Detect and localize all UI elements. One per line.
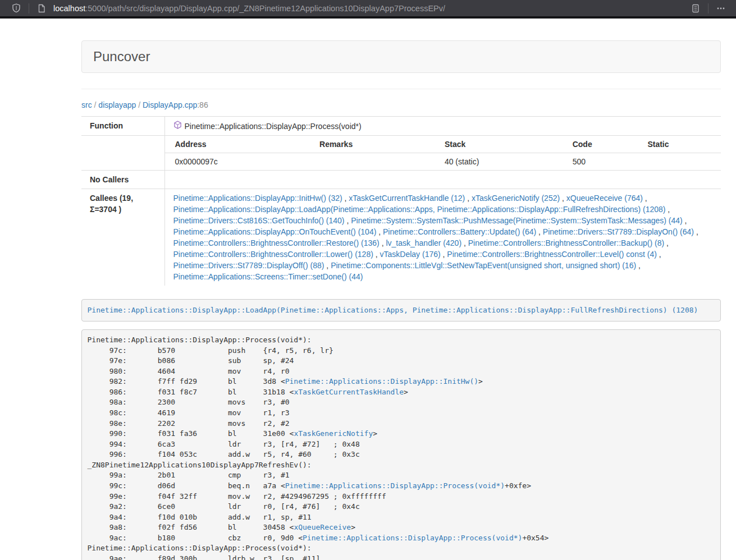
divider [81,89,721,89]
app-header-panel: Puncover [81,40,721,73]
callee-link[interactable]: Pinetime::Drivers::St7789::DisplayOn() (… [543,227,694,236]
callees-list: Pinetime::Applications::DisplayApp::Init… [164,189,721,286]
column-header-stack: Stack [435,136,563,153]
reader-mode-icon[interactable] [688,1,703,16]
column-header-static: Static [637,136,721,153]
callees-label: Callees (19, Σ=3704 ) [81,189,164,286]
callee-link[interactable]: lv_task_handler (420) [386,238,461,247]
function-name: Pinetime::Applications::DisplayApp::Proc… [185,121,362,132]
callee-link[interactable]: Pinetime::Controllers::BrightnessControl… [468,238,664,247]
page-content: Puncover src / displayapp / DisplayApp.c… [81,40,721,560]
callee-link[interactable]: Pinetime::Drivers::Cst816S::GetTouchInfo… [173,216,345,225]
code-value: 500 [563,153,638,171]
no-callers-label: No Callers [81,171,164,189]
remarks-value [309,153,435,171]
breadcrumb-link[interactable]: DisplayApp.cpp [143,100,197,109]
column-header-address: Address [165,136,310,153]
url-text: localhost:5000/path/src/displayapp/Displ… [53,4,445,13]
breadcrumb: src / displayapp / DisplayApp.cpp:86 [81,100,721,109]
breadcrumb-link[interactable]: src [81,100,92,109]
callee-link[interactable]: Pinetime::Drivers::St7789::DisplayOff() … [173,261,324,270]
breadcrumb-link[interactable]: displayapp [98,100,136,109]
table-row: No Callers [81,171,721,189]
breadcrumb-separator: / [136,100,143,109]
callee-link[interactable]: vTaskDelay (176) [380,250,441,259]
url-path: :5000/path/src/displayapp/DisplayApp.cpp… [85,4,445,13]
column-header-remarks: Remarks [309,136,435,153]
callee-link[interactable]: xTaskGetCurrentTaskHandle (12) [349,194,465,203]
code-symbol-link[interactable]: xQueueReceive [294,523,351,531]
table-row: Address Remarks Stack Code Static 0x0000… [81,136,721,171]
table-row: Callees (19, Σ=3704 ) Pinetime::Applicat… [81,189,721,286]
table-row: 0x0000097c 40 (static) 500 [165,153,721,171]
callee-link[interactable]: xQueueReceive (764) [566,194,643,203]
page-title: Puncover [93,49,150,64]
disassembly: Pinetime::Applications::DisplayApp::Proc… [81,329,721,560]
callee-link[interactable]: Pinetime::Controllers::BrightnessControl… [173,250,373,259]
code-symbol-link[interactable]: Pinetime::Applications::DisplayApp::Proc… [285,481,505,490]
code-symbol-link[interactable]: xTaskGetCurrentTaskHandle [294,388,404,396]
highlighted-symbol-link[interactable]: Pinetime::Applications::DisplayApp::Load… [88,306,698,314]
breadcrumb-separator: / [92,100,99,109]
address-value: 0x0000097c [165,153,310,171]
breadcrumb-line-number: :86 [197,100,208,109]
static-value [637,153,721,171]
function-table: Function Pinetime::Applications::Display… [81,116,721,286]
callee-link[interactable]: Pinetime::Applications::DisplayApp::Init… [173,194,342,203]
column-header-code: Code [563,136,638,153]
callee-link[interactable]: Pinetime::Controllers::Battery::Update()… [383,227,536,236]
callee-link[interactable]: Pinetime::Applications::DisplayApp::OnTo… [173,227,377,236]
toolbar-separator [29,3,29,13]
table-row: Function Pinetime::Applications::Display… [81,117,721,136]
callee-link[interactable]: Pinetime::Components::LittleVgl::SetNewT… [331,261,636,270]
callee-link[interactable]: Pinetime::Applications::Screens::Timer::… [173,272,363,281]
callee-link[interactable]: Pinetime::Applications::DisplayApp::Load… [173,205,666,214]
code-symbol-link[interactable]: Pinetime::Applications::DisplayApp::Init… [285,377,478,385]
page-icon [34,1,49,16]
callee-link[interactable]: Pinetime::Controllers::BrightnessControl… [447,250,656,259]
stack-value: 40 (static) [435,153,563,171]
package-icon [173,121,182,132]
url-host: localhost [53,4,85,13]
toolbar-separator [708,3,708,13]
function-stats-table: Address Remarks Stack Code Static 0x0000… [165,136,721,170]
callee-link[interactable]: Pinetime::Controllers::BrightnessControl… [173,238,380,247]
callee-link[interactable]: Pinetime::System::SystemTask::PushMessag… [351,216,683,225]
highlighted-symbol-box: Pinetime::Applications::DisplayApp::Load… [81,299,721,322]
callee-link[interactable]: xTaskGenericNotify (252) [472,194,560,203]
code-symbol-link[interactable]: Pinetime::Applications::DisplayApp::Proc… [303,534,522,542]
shield-icon[interactable] [9,1,24,16]
code-symbol-link[interactable]: xTaskGenericNotify [294,429,373,438]
ellipsis-icon[interactable] [714,1,728,16]
function-label: Function [81,117,164,136]
url-bar[interactable]: localhost:5000/path/src/displayapp/Displ… [34,1,688,16]
browser-toolbar: localhost:5000/path/src/displayapp/Displ… [0,0,736,19]
